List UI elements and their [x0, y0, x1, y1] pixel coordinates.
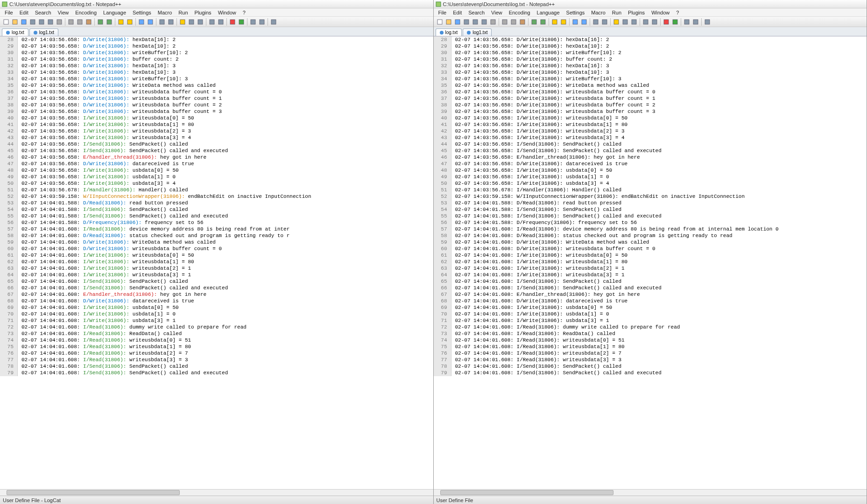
menu-help[interactable]: ?	[240, 9, 248, 16]
save-all-icon[interactable]	[28, 18, 37, 26]
menu-file[interactable]: File	[2, 9, 16, 16]
cut-icon[interactable]	[500, 18, 509, 26]
menu-view[interactable]: View	[488, 9, 505, 16]
menu-macro[interactable]: Macro	[155, 9, 175, 16]
hscroll-thumb[interactable]	[7, 490, 180, 495]
zoom-out-icon[interactable]	[580, 18, 588, 26]
zoom-out-icon[interactable]	[146, 18, 155, 26]
menu-search[interactable]: Search	[32, 9, 54, 16]
menu-macro[interactable]: Macro	[588, 9, 608, 16]
sync-v-icon[interactable]	[592, 18, 600, 26]
find-icon[interactable]	[550, 18, 559, 26]
print-icon[interactable]	[55, 18, 63, 26]
line-number: 56	[434, 219, 451, 226]
print-icon[interactable]	[489, 18, 497, 26]
all-chars-icon[interactable]	[187, 18, 196, 26]
log-line: 4502-07 14:03:56.658: I/Send(31806): Sen…	[0, 147, 433, 154]
menu-window[interactable]: Window	[215, 9, 239, 16]
menu-edit[interactable]: Edit	[17, 9, 31, 16]
replace-icon[interactable]	[559, 18, 568, 26]
editor-right[interactable]: 2802-07 14:03:56.658: D/Write(31806): he…	[434, 36, 867, 489]
tab-log1-txt[interactable]: log1.txt	[463, 28, 492, 36]
wrap-icon[interactable]	[178, 18, 187, 26]
zoom-in-icon[interactable]	[137, 18, 146, 26]
indent-icon[interactable]	[196, 18, 204, 26]
doc-map-icon[interactable]	[683, 18, 691, 26]
menu-run[interactable]: Run	[609, 9, 624, 16]
func-list-icon[interactable]	[258, 18, 266, 26]
copy-icon[interactable]	[76, 18, 84, 26]
find-icon[interactable]	[117, 18, 125, 26]
zoom-in-icon[interactable]	[571, 18, 579, 26]
doc-map-icon[interactable]	[249, 18, 257, 26]
tab-log1-txt[interactable]: log1.txt	[29, 28, 58, 36]
menu-settings[interactable]: Settings	[130, 9, 154, 16]
tab-log-txt[interactable]: log.txt	[436, 28, 462, 36]
log-line: 6802-07 14:04:01.608: D/Write(31806): da…	[434, 298, 867, 304]
open-icon[interactable]	[444, 18, 453, 26]
wrap-icon[interactable]	[612, 18, 620, 26]
monitor-icon[interactable]	[703, 18, 712, 26]
rec-icon[interactable]	[228, 18, 237, 26]
fold-icon[interactable]	[641, 18, 650, 26]
rec-icon[interactable]	[662, 18, 670, 26]
unfold-icon[interactable]	[217, 18, 225, 26]
all-chars-icon[interactable]	[621, 18, 629, 26]
hscroll-right[interactable]	[434, 489, 867, 496]
menu-view[interactable]: View	[55, 9, 72, 16]
hscroll-thumb[interactable]	[440, 490, 613, 495]
menu-encoding[interactable]: Encoding	[506, 9, 533, 16]
menu-encoding[interactable]: Encoding	[72, 9, 99, 16]
svg-rect-25	[239, 20, 244, 24]
menu-language[interactable]: Language	[100, 9, 129, 16]
menu-language[interactable]: Language	[534, 9, 563, 16]
sync-h-icon[interactable]	[600, 18, 609, 26]
open-icon[interactable]	[11, 18, 19, 26]
undo-icon[interactable]	[96, 18, 105, 26]
paste-icon[interactable]	[518, 18, 527, 26]
monitor-icon[interactable]	[269, 18, 278, 26]
paste-icon[interactable]	[85, 18, 93, 26]
menu-settings[interactable]: Settings	[564, 9, 588, 16]
close-all-icon[interactable]	[46, 18, 55, 26]
log-line: 4202-07 14:03:56.658: I/Write(31806): wr…	[0, 128, 433, 134]
line-number: 43	[0, 134, 18, 141]
menu-plugins[interactable]: Plugins	[625, 9, 648, 16]
editor-left[interactable]: 2802-07 14:03:56.658: D/Write(31806): he…	[0, 36, 433, 489]
fold-icon[interactable]	[208, 18, 216, 26]
log-line: 7402-07 14:04:01.608: I/Read(31806): wri…	[434, 337, 867, 343]
unfold-icon[interactable]	[650, 18, 659, 26]
redo-icon[interactable]	[105, 18, 113, 26]
save-all-icon[interactable]	[462, 18, 471, 26]
close-icon[interactable]	[37, 18, 46, 26]
menu-window[interactable]: Window	[648, 9, 672, 16]
undo-icon[interactable]	[530, 18, 538, 26]
play-icon[interactable]	[237, 18, 246, 26]
sync-h-icon[interactable]	[167, 18, 175, 26]
hscroll-left[interactable]	[0, 489, 433, 496]
play-icon[interactable]	[671, 18, 679, 26]
close-all-icon[interactable]	[480, 18, 488, 26]
line-content: 02-07 14:04:01.608: D/Write(31806): Writ…	[451, 239, 649, 245]
sync-v-icon[interactable]	[158, 18, 166, 26]
menu-file[interactable]: File	[436, 9, 450, 16]
indent-icon[interactable]	[630, 18, 638, 26]
func-list-icon[interactable]	[691, 18, 700, 26]
menu-run[interactable]: Run	[176, 9, 190, 16]
new-icon[interactable]	[436, 18, 444, 26]
replace-icon[interactable]	[126, 18, 134, 26]
cut-icon[interactable]	[67, 18, 75, 26]
menu-plugins[interactable]: Plugins	[192, 9, 214, 16]
menu-search[interactable]: Search	[465, 9, 487, 16]
menu-edit[interactable]: Edit	[450, 9, 465, 16]
save-icon[interactable]	[20, 18, 28, 26]
svg-rect-6	[48, 20, 53, 24]
line-content: 02-07 14:04:01.608: I/Write(31806): usbd…	[451, 311, 609, 317]
tab-log-txt[interactable]: log.txt	[2, 28, 28, 36]
close-icon[interactable]	[471, 18, 479, 26]
copy-icon[interactable]	[509, 18, 518, 26]
redo-icon[interactable]	[539, 18, 547, 26]
menu-help[interactable]: ?	[673, 9, 682, 16]
new-icon[interactable]	[2, 18, 10, 26]
save-icon[interactable]	[453, 18, 462, 26]
